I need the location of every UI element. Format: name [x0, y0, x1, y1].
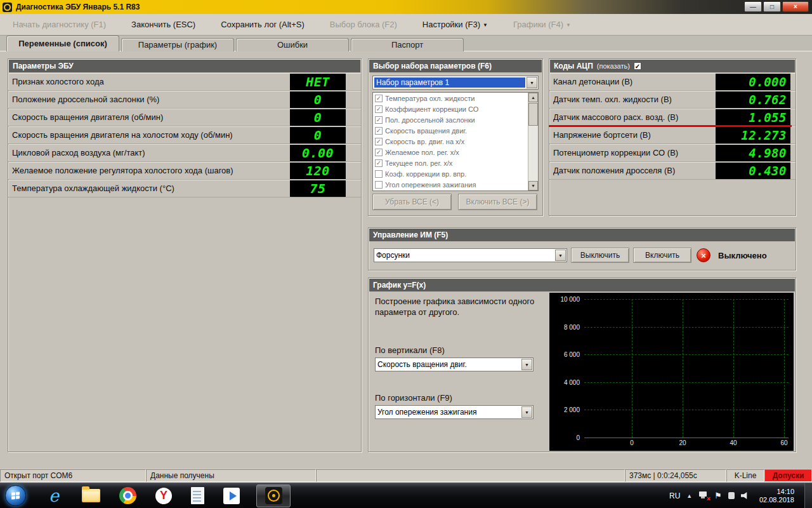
tab-passport[interactable]: Паспорт	[351, 38, 464, 51]
chevron-down-icon[interactable]: ▼	[555, 250, 566, 261]
list-item[interactable]: ✓Коэффициент коррекции СО	[373, 104, 538, 114]
menu-start-diagnostics: Начать диагностику (F1)	[8, 17, 111, 32]
maximize-icon[interactable]: □	[763, 1, 781, 12]
checkbox-icon[interactable]: ✓	[375, 127, 383, 135]
status-spacer	[316, 469, 625, 482]
list-item-label: Пол. дроссельной заслонки	[385, 116, 475, 124]
status-bar: Открыт порт COM6 Данные получены 373мс |…	[0, 469, 812, 483]
param-label: Скорость вращения двигателя (об/мин)	[12, 112, 290, 122]
horizontal-axis-combobox[interactable]: Угол опережения зажигания ▼	[375, 405, 534, 419]
list-item[interactable]: ✓Скорость вр. двиг. на х/х	[373, 136, 538, 147]
scrollbar[interactable]: ▲ ▼	[528, 93, 538, 190]
list-item[interactable]: ✓Температура охл. жидкости	[373, 93, 538, 104]
start-button[interactable]	[5, 485, 26, 506]
list-item[interactable]: ✓Скорость вращения двиг.	[373, 125, 538, 136]
tab-variables-list[interactable]: Переменные (список)	[6, 36, 119, 51]
param-value: 120	[290, 163, 346, 179]
checkbox-icon[interactable]: ✓	[375, 116, 383, 124]
chevron-down-icon[interactable]: ▼	[527, 77, 537, 88]
scroll-down-icon[interactable]: ▼	[528, 181, 538, 190]
diagnostics-app-icon	[265, 487, 282, 504]
checkbox-icon[interactable]: ✓	[375, 149, 383, 156]
taskbar-active-app[interactable]	[256, 485, 291, 507]
gridline	[784, 299, 785, 438]
adc-value: 0.000	[716, 74, 790, 90]
network-status-icon[interactable]: ×	[698, 491, 708, 500]
chevron-down-icon: ▼	[483, 22, 488, 28]
chevron-down-icon[interactable]: ▼	[521, 406, 532, 418]
vertical-axis-combobox[interactable]: Скорость вращения двиг. ▼	[375, 358, 534, 371]
clock[interactable]: 14:10 02.08.2018	[756, 488, 798, 504]
gridline	[584, 382, 789, 383]
param-label: Признак холостого хода	[12, 77, 290, 86]
list-item[interactable]: ✓Коэф. коррекции вр. впр.	[373, 168, 538, 179]
yandex-browser-icon[interactable]: Y	[155, 488, 172, 504]
checkbox-icon[interactable]: ✓	[375, 138, 383, 145]
tab-parameters-graph[interactable]: Параметры (график)	[121, 38, 234, 51]
checkbox-icon[interactable]: ✓	[375, 159, 383, 167]
actuator-selected: Форсунки	[374, 250, 555, 261]
close-icon[interactable]: ×	[782, 1, 809, 12]
scroll-thumb[interactable]	[528, 103, 538, 126]
menu-finish[interactable]: Закончить (ESC)	[126, 17, 200, 32]
explorer-folder-icon[interactable]	[82, 489, 100, 502]
media-app-icon[interactable]	[223, 488, 240, 504]
list-item[interactable]: ✓Текущее пол. рег. х/х	[373, 157, 538, 168]
tray-expand-icon[interactable]: ▲	[686, 493, 692, 499]
checkbox-icon[interactable]: ✓	[375, 181, 383, 189]
list-item-label: Коэффициент коррекции СО	[385, 105, 478, 113]
menu-label: Настройки (F3)	[422, 20, 480, 29]
actuator-controls: Форсунки ▼ Выключить Включить × Выключен…	[374, 247, 790, 264]
clock-date: 02.08.2018	[759, 496, 794, 504]
remove-all-button[interactable]: Убрать ВСЕ (<)	[372, 194, 452, 210]
list-item[interactable]: ✓Пол. дроссельной заслонки	[373, 114, 538, 125]
document-app-icon[interactable]	[191, 487, 204, 504]
show-desktop-button[interactable]	[804, 483, 812, 508]
table-row: Датчик темп. охл. жидкости (В) 0.762	[549, 91, 796, 109]
checkbox-icon[interactable]: ✓	[375, 95, 383, 102]
checkbox-icon[interactable]: ✓	[375, 170, 383, 178]
scroll-up-icon[interactable]: ▲	[528, 93, 538, 102]
window-titlebar: Диагностика ЭБУ Январь 5.1 R83 — □ ×	[0, 0, 812, 14]
adc-value: 12.273	[716, 127, 790, 144]
language-indicator[interactable]: RU	[669, 491, 680, 500]
checkbox-icon[interactable]: ✓	[375, 105, 383, 113]
volume-icon[interactable]	[741, 492, 749, 499]
horizontal-axis-selected: Угол опережения зажигания	[376, 406, 521, 418]
param-label: Скорость вращения двигателя на холостом …	[12, 130, 290, 140]
chrome-icon[interactable]	[119, 487, 136, 504]
param-set-combobox[interactable]: Набор параметров 1 ▼	[372, 76, 539, 90]
adc-label: Напряжение бортсети (В)	[553, 130, 716, 140]
add-all-button[interactable]: Включить ВСЕ (>)	[458, 194, 537, 210]
ecu-params-header: Параметры ЭБУ	[9, 60, 360, 72]
list-item[interactable]: ✓Желаемое пол. рег. х/х	[373, 147, 538, 157]
chevron-down-icon[interactable]: ▼	[521, 359, 532, 370]
xy-chart: 10 000 8 000 6 000 4 000 2 000 0 0 20 40…	[549, 293, 794, 451]
list-item[interactable]: ✓Угол опережения зажигания	[373, 179, 538, 190]
gridline	[632, 299, 632, 438]
action-center-flag-icon[interactable]: ⚑	[714, 491, 722, 500]
internet-explorer-icon[interactable]: e	[45, 487, 63, 505]
menu-save-log[interactable]: Сохранить лог (Alt+S)	[216, 17, 310, 32]
adc-show-label: (показать)	[597, 60, 630, 72]
stop-icon: ×	[697, 248, 710, 262]
minimize-icon[interactable]: —	[744, 1, 762, 12]
menu-settings[interactable]: Настройки (F3)▼	[417, 17, 493, 32]
param-checklist: ✓Температура охл. жидкости ✓Коэффициент …	[372, 92, 539, 191]
actuator-off-button[interactable]: Выключить	[571, 248, 629, 263]
actuator-on-button[interactable]: Включить	[633, 248, 691, 263]
actuator-combobox[interactable]: Форсунки ▼	[374, 248, 567, 262]
param-value: 0.00	[290, 145, 346, 161]
param-value: НЕТ	[290, 74, 346, 90]
actuator-control-panel: Управление ИМ (F5) Форсунки ▼ Выключить …	[368, 227, 796, 271]
adc-label: Датчик темп. охл. жидкости (В)	[553, 95, 716, 104]
status-alert-badge[interactable]: Допуски	[764, 469, 812, 482]
adc-label: Датчик положения дросселя (В)	[553, 166, 716, 175]
list-item-label: Температура охл. жидкости	[385, 95, 475, 102]
adc-label: Датчик массового расх. возд. (В)	[553, 112, 716, 122]
tab-errors[interactable]: Ошибки	[236, 38, 349, 51]
horizontal-axis-label: По горизонтали (F9)	[375, 393, 452, 403]
x-tick-label: 40	[722, 439, 745, 446]
usb-device-icon[interactable]	[728, 492, 735, 499]
show-adc-checkbox[interactable]: ✓	[634, 62, 641, 70]
